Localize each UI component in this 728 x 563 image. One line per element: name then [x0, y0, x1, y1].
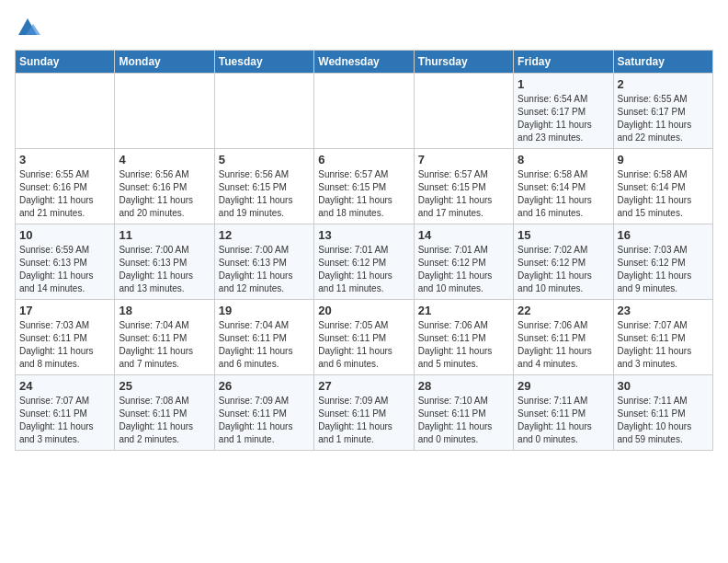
calendar-cell: [16, 74, 115, 149]
day-info: Sunrise: 7:11 AMSunset: 6:11 PMDaylight:…: [618, 395, 709, 446]
week-row-3: 10Sunrise: 6:59 AMSunset: 6:13 PMDayligh…: [16, 224, 713, 300]
day-info: Sunrise: 7:02 AMSunset: 6:12 PMDaylight:…: [518, 244, 609, 295]
logo-icon: [15, 15, 40, 40]
day-info: Sunrise: 6:59 AMSunset: 6:13 PMDaylight:…: [19, 244, 110, 295]
week-row-5: 24Sunrise: 7:07 AMSunset: 6:11 PMDayligh…: [16, 375, 713, 451]
calendar-cell: 29Sunrise: 7:11 AMSunset: 6:11 PMDayligh…: [514, 375, 613, 451]
header-friday: Friday: [514, 51, 613, 74]
calendar-cell: 11Sunrise: 7:00 AMSunset: 6:13 PMDayligh…: [115, 224, 214, 300]
day-info: Sunrise: 7:01 AMSunset: 6:12 PMDaylight:…: [418, 244, 509, 295]
day-number: 16: [618, 228, 709, 242]
day-info: Sunrise: 7:00 AMSunset: 6:13 PMDaylight:…: [219, 244, 310, 295]
calendar-cell: 15Sunrise: 7:02 AMSunset: 6:12 PMDayligh…: [514, 224, 613, 300]
day-info: Sunrise: 7:01 AMSunset: 6:12 PMDaylight:…: [318, 244, 409, 295]
calendar-cell: 23Sunrise: 7:07 AMSunset: 6:11 PMDayligh…: [613, 300, 712, 375]
day-info: Sunrise: 7:03 AMSunset: 6:11 PMDaylight:…: [19, 319, 110, 371]
day-info: Sunrise: 6:58 AMSunset: 6:14 PMDaylight:…: [518, 168, 609, 220]
calendar-cell: 30Sunrise: 7:11 AMSunset: 6:11 PMDayligh…: [613, 375, 712, 451]
calendar-cell: 12Sunrise: 7:00 AMSunset: 6:13 PMDayligh…: [214, 224, 313, 300]
day-number: 28: [418, 379, 509, 393]
day-number: 1: [518, 77, 609, 91]
day-number: 22: [518, 304, 609, 317]
calendar-body: 1Sunrise: 6:54 AMSunset: 6:17 PMDaylight…: [16, 74, 713, 451]
calendar-cell: 22Sunrise: 7:06 AMSunset: 6:11 PMDayligh…: [514, 300, 613, 375]
week-row-2: 3Sunrise: 6:55 AMSunset: 6:16 PMDaylight…: [16, 149, 713, 224]
header-sunday: Sunday: [16, 51, 115, 74]
calendar-cell: 13Sunrise: 7:01 AMSunset: 6:12 PMDayligh…: [314, 224, 414, 300]
calendar-cell: 24Sunrise: 7:07 AMSunset: 6:11 PMDayligh…: [16, 375, 115, 451]
calendar-cell: 4Sunrise: 6:56 AMSunset: 6:16 PMDaylight…: [115, 149, 214, 224]
day-info: Sunrise: 6:55 AMSunset: 6:17 PMDaylight:…: [618, 93, 709, 144]
calendar-cell: [414, 74, 513, 149]
logo: [15, 15, 44, 40]
calendar-header-row: SundayMondayTuesdayWednesdayThursdayFrid…: [16, 51, 713, 74]
header-wednesday: Wednesday: [314, 51, 414, 74]
day-number: 4: [119, 153, 210, 167]
calendar-cell: 19Sunrise: 7:04 AMSunset: 6:11 PMDayligh…: [214, 300, 313, 375]
day-number: 15: [518, 228, 609, 242]
day-number: 25: [119, 379, 210, 393]
day-info: Sunrise: 6:54 AMSunset: 6:17 PMDaylight:…: [518, 93, 609, 144]
calendar-cell: 25Sunrise: 7:08 AMSunset: 6:11 PMDayligh…: [115, 375, 214, 451]
day-info: Sunrise: 7:11 AMSunset: 6:11 PMDaylight:…: [518, 395, 609, 446]
calendar-cell: 18Sunrise: 7:04 AMSunset: 6:11 PMDayligh…: [115, 300, 214, 375]
calendar-cell: [214, 74, 313, 149]
day-info: Sunrise: 7:06 AMSunset: 6:11 PMDaylight:…: [418, 319, 509, 371]
day-info: Sunrise: 7:04 AMSunset: 6:11 PMDaylight:…: [219, 319, 310, 371]
day-info: Sunrise: 7:00 AMSunset: 6:13 PMDaylight:…: [119, 244, 210, 295]
day-info: Sunrise: 6:56 AMSunset: 6:15 PMDaylight:…: [219, 168, 310, 220]
calendar-cell: 10Sunrise: 6:59 AMSunset: 6:13 PMDayligh…: [16, 224, 115, 300]
calendar-cell: 17Sunrise: 7:03 AMSunset: 6:11 PMDayligh…: [16, 300, 115, 375]
day-number: 8: [518, 153, 609, 167]
calendar-cell: 8Sunrise: 6:58 AMSunset: 6:14 PMDaylight…: [514, 149, 613, 224]
day-info: Sunrise: 7:07 AMSunset: 6:11 PMDaylight:…: [618, 319, 709, 371]
calendar-cell: 16Sunrise: 7:03 AMSunset: 6:12 PMDayligh…: [613, 224, 712, 300]
day-info: Sunrise: 7:09 AMSunset: 6:11 PMDaylight:…: [318, 395, 409, 446]
header-monday: Monday: [115, 51, 214, 74]
day-number: 5: [219, 153, 310, 167]
day-number: 20: [318, 304, 409, 317]
day-number: 2: [618, 77, 709, 91]
calendar-cell: 27Sunrise: 7:09 AMSunset: 6:11 PMDayligh…: [314, 375, 414, 451]
day-number: 10: [19, 228, 110, 242]
day-number: 6: [318, 153, 409, 167]
day-number: 26: [219, 379, 310, 393]
day-info: Sunrise: 7:09 AMSunset: 6:11 PMDaylight:…: [219, 395, 310, 446]
calendar-cell: 21Sunrise: 7:06 AMSunset: 6:11 PMDayligh…: [414, 300, 513, 375]
day-number: 29: [518, 379, 609, 393]
day-number: 23: [618, 304, 709, 317]
day-number: 27: [318, 379, 409, 393]
calendar-cell: 3Sunrise: 6:55 AMSunset: 6:16 PMDaylight…: [16, 149, 115, 224]
day-info: Sunrise: 6:57 AMSunset: 6:15 PMDaylight:…: [318, 168, 409, 220]
calendar-cell: 7Sunrise: 6:57 AMSunset: 6:15 PMDaylight…: [414, 149, 513, 224]
calendar-cell: 9Sunrise: 6:58 AMSunset: 6:14 PMDaylight…: [613, 149, 712, 224]
day-info: Sunrise: 6:58 AMSunset: 6:14 PMDaylight:…: [618, 168, 709, 220]
day-info: Sunrise: 7:05 AMSunset: 6:11 PMDaylight:…: [318, 319, 409, 371]
calendar-cell: [314, 74, 414, 149]
day-number: 9: [618, 153, 709, 167]
calendar-cell: 2Sunrise: 6:55 AMSunset: 6:17 PMDaylight…: [613, 74, 712, 149]
day-number: 14: [418, 228, 509, 242]
day-number: 18: [119, 304, 210, 317]
calendar-cell: 14Sunrise: 7:01 AMSunset: 6:12 PMDayligh…: [414, 224, 513, 300]
header-tuesday: Tuesday: [214, 51, 313, 74]
day-number: 19: [219, 304, 310, 317]
day-number: 30: [618, 379, 709, 393]
calendar-cell: 28Sunrise: 7:10 AMSunset: 6:11 PMDayligh…: [414, 375, 513, 451]
day-info: Sunrise: 6:56 AMSunset: 6:16 PMDaylight:…: [119, 168, 210, 220]
calendar-cell: 1Sunrise: 6:54 AMSunset: 6:17 PMDaylight…: [514, 74, 613, 149]
day-number: 17: [19, 304, 110, 317]
day-info: Sunrise: 6:55 AMSunset: 6:16 PMDaylight:…: [19, 168, 110, 220]
calendar-cell: 5Sunrise: 6:56 AMSunset: 6:15 PMDaylight…: [214, 149, 313, 224]
header-saturday: Saturday: [613, 51, 712, 74]
day-number: 11: [119, 228, 210, 242]
header-thursday: Thursday: [414, 51, 513, 74]
week-row-4: 17Sunrise: 7:03 AMSunset: 6:11 PMDayligh…: [16, 300, 713, 375]
calendar-cell: 26Sunrise: 7:09 AMSunset: 6:11 PMDayligh…: [214, 375, 313, 451]
day-number: 21: [418, 304, 509, 317]
day-number: 12: [219, 228, 310, 242]
day-info: Sunrise: 6:57 AMSunset: 6:15 PMDaylight:…: [418, 168, 509, 220]
day-number: 3: [19, 153, 110, 167]
day-info: Sunrise: 7:07 AMSunset: 6:11 PMDaylight:…: [19, 395, 110, 446]
day-info: Sunrise: 7:03 AMSunset: 6:12 PMDaylight:…: [618, 244, 709, 295]
